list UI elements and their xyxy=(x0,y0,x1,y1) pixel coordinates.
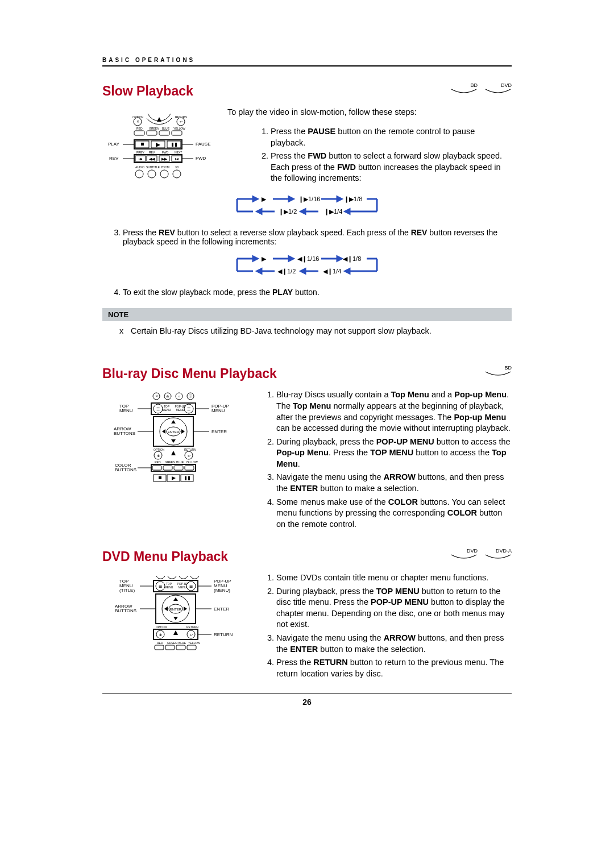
svg-rect-150 xyxy=(159,476,161,479)
svg-rect-200 xyxy=(155,645,164,650)
bluray-steps: Blu-ray Discs usually contain a Top Menu… xyxy=(256,389,512,530)
svg-text:NEXT: NEXT xyxy=(175,151,182,154)
svg-marker-178 xyxy=(173,617,178,620)
svg-text:RED: RED xyxy=(155,460,161,464)
remote-diagram-slow: ✕ ↩ OPTION RETURN RED GREEN BLUE YELLOW xyxy=(102,107,216,181)
svg-rect-153 xyxy=(181,475,193,481)
badge-arc-icon xyxy=(450,554,478,560)
svg-rect-11 xyxy=(134,131,144,135)
svg-text:YELLOW: YELLOW xyxy=(173,127,185,130)
svg-text:MENU: MENU xyxy=(211,408,225,413)
svg-text:(TITLE): (TITLE) xyxy=(119,588,135,593)
svg-marker-152 xyxy=(172,476,176,480)
svg-text:▶▶: ▶▶ xyxy=(161,157,168,161)
svg-text:☰: ☰ xyxy=(189,584,193,588)
svg-text:✻: ✻ xyxy=(159,633,162,637)
svg-text:↩: ↩ xyxy=(188,454,190,458)
svg-rect-155 xyxy=(188,476,190,480)
svg-text:OPTION: OPTION xyxy=(132,115,144,119)
badge-bd: BD xyxy=(450,82,478,94)
svg-marker-121 xyxy=(171,420,176,423)
svg-rect-22 xyxy=(175,143,177,147)
svg-marker-6 xyxy=(157,117,161,122)
svg-marker-136 xyxy=(171,451,176,455)
svg-text:GREEN: GREEN xyxy=(165,460,175,464)
svg-text:MENU: MENU xyxy=(163,408,171,412)
svg-text:SUBTITLE: SUBTITLE xyxy=(146,165,160,169)
svg-text:MENU: MENU xyxy=(119,408,133,413)
svg-text:YELLOW: YELLOW xyxy=(188,641,200,645)
note-header: NOTE xyxy=(102,308,512,321)
media-badges: BD xyxy=(484,365,512,376)
svg-rect-14 xyxy=(172,131,182,135)
svg-marker-179 xyxy=(164,607,168,611)
badge-dvd: DVD xyxy=(484,82,512,94)
badge-arc-icon xyxy=(450,88,478,95)
svg-text:◀❙1/2: ◀❙1/2 xyxy=(277,268,296,275)
svg-text:GREEN: GREEN xyxy=(167,641,177,645)
badge-bd-label: BD xyxy=(484,365,512,371)
bluray-step-4: Some menus make use of the COLOR buttons… xyxy=(276,497,512,530)
svg-text:PLAY: PLAY xyxy=(108,142,120,147)
svg-marker-79 xyxy=(253,256,258,261)
svg-text:▶: ▶ xyxy=(262,255,267,262)
badge-arc-icon xyxy=(484,554,512,560)
dvd-step-2: During playback, press the TOP MENU butt… xyxy=(276,586,512,630)
badge-bd-label: BD xyxy=(450,82,478,88)
media-badges: BD DVD xyxy=(450,82,512,94)
badge-dvd-label: DVD xyxy=(484,82,512,88)
svg-rect-203 xyxy=(187,645,196,650)
svg-point-48 xyxy=(135,170,143,178)
svg-marker-19 xyxy=(156,143,160,147)
svg-text:YELLOW: YELLOW xyxy=(186,460,198,464)
svg-text:MENU: MENU xyxy=(179,585,187,589)
svg-rect-12 xyxy=(147,131,157,135)
svg-text:PREV: PREV xyxy=(136,151,144,154)
slow-steps-b: Press the REV button to select a reverse… xyxy=(102,228,512,246)
svg-text:MENU: MENU xyxy=(165,585,173,589)
svg-point-50 xyxy=(160,170,168,178)
svg-text:RETURN: RETURN xyxy=(214,632,233,637)
bluray-title: Blu-ray Disc Menu Playback xyxy=(102,366,512,381)
note-body: xCertain Blu-ray Discs utilizing BD-Java… xyxy=(102,321,512,339)
svg-text:AUDIO: AUDIO xyxy=(135,165,144,169)
svg-rect-142 xyxy=(152,466,161,470)
svg-rect-21 xyxy=(172,143,173,147)
svg-marker-68 xyxy=(301,209,305,214)
footer-rule xyxy=(102,693,512,693)
svg-marker-177 xyxy=(173,597,178,601)
svg-text:⏭: ⏭ xyxy=(175,157,179,161)
svg-text:BUTTONS: BUTTONS xyxy=(115,608,136,613)
svg-text:◀❙1/8: ◀❙1/8 xyxy=(343,255,361,263)
svg-rect-202 xyxy=(176,645,185,650)
note-bullet: x xyxy=(119,326,131,337)
rev-speed-diagram: ▶ ◀❙1/16 ◀❙1/8 ◀❙1/2 ◀❙1/4 xyxy=(102,253,512,280)
svg-text:❙▶1/8: ❙▶1/8 xyxy=(344,196,362,203)
svg-text:ⓘ: ⓘ xyxy=(189,394,192,398)
badge-dvda-label: DVD-A xyxy=(484,548,512,554)
svg-text:OPTION: OPTION xyxy=(156,625,167,629)
slow-step-3: Press the REV button to select a reverse… xyxy=(123,228,512,246)
svg-marker-123 xyxy=(162,429,165,434)
svg-text:⏏: ⏏ xyxy=(166,394,169,398)
remote-diagram-dvd: ☰ ☰ TOPMENU POP-UPMENU TOPMENU(TITLE) PO… xyxy=(102,572,244,652)
svg-text:BLUE: BLUE xyxy=(176,460,184,464)
svg-point-51 xyxy=(173,170,181,178)
svg-marker-70 xyxy=(257,209,262,214)
svg-point-49 xyxy=(148,170,156,178)
svg-marker-193 xyxy=(173,630,178,635)
svg-text:REV: REV xyxy=(149,151,155,154)
dvd-step-4: Press the RETURN button to return to the… xyxy=(276,657,512,679)
svg-text:REV: REV xyxy=(109,156,119,161)
svg-text:☰: ☰ xyxy=(159,584,162,588)
svg-text:☼: ☼ xyxy=(177,394,181,398)
svg-text:OPTION: OPTION xyxy=(154,448,165,451)
chapter-header: BASIC OPERATIONS xyxy=(102,57,512,67)
svg-text:▶: ▶ xyxy=(262,196,267,202)
svg-text:RED: RED xyxy=(157,641,163,645)
media-badges: DVD DVD-A xyxy=(450,548,512,559)
svg-text:◀❙1/16: ◀❙1/16 xyxy=(297,255,319,263)
svg-text:ENTER: ENTER xyxy=(170,608,182,611)
svg-text:BUTTONS: BUTTONS xyxy=(114,431,135,436)
svg-marker-83 xyxy=(337,256,342,261)
